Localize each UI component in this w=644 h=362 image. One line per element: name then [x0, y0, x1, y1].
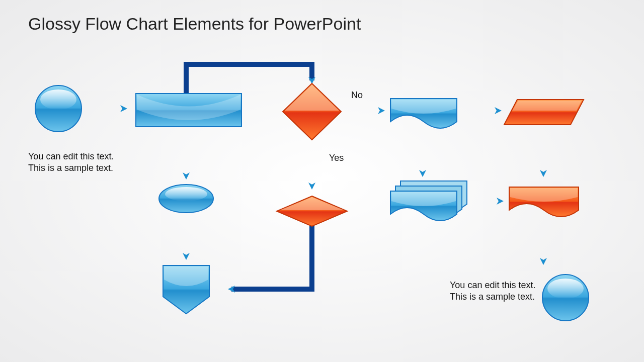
process-rectangle-shape: [136, 94, 242, 127]
flat-diamond-shape: [277, 196, 347, 226]
start-circle-shape: [35, 85, 82, 132]
svg-point-1: [40, 89, 76, 110]
svg-point-4: [165, 187, 207, 201]
arrow-process-loop-to-decision: [186, 64, 312, 93]
offpage-connector-shape: [163, 265, 209, 314]
end-circle-shape: [542, 275, 589, 321]
data-parallelogram-shape: [504, 100, 584, 125]
label-yes: Yes: [329, 153, 344, 163]
caption-right: You can edit this text. This is a sample…: [450, 280, 540, 302]
arrow-flatdiamond-to-offpage: [231, 226, 312, 289]
caption-left: You can edit this text. This is a sample…: [28, 151, 119, 173]
document-shape: [390, 99, 457, 128]
svg-point-6: [547, 279, 584, 299]
decision-diamond-shape: [283, 83, 341, 140]
display-shape: [509, 187, 579, 217]
label-no: No: [351, 90, 363, 100]
multi-document-shape: [390, 181, 467, 221]
slide-stage: Glossy Flow Chart Elements for PowerPoin…: [0, 0, 644, 362]
flowchart-canvas: No Yes: [0, 0, 644, 362]
ellipse-shape: [159, 185, 213, 213]
